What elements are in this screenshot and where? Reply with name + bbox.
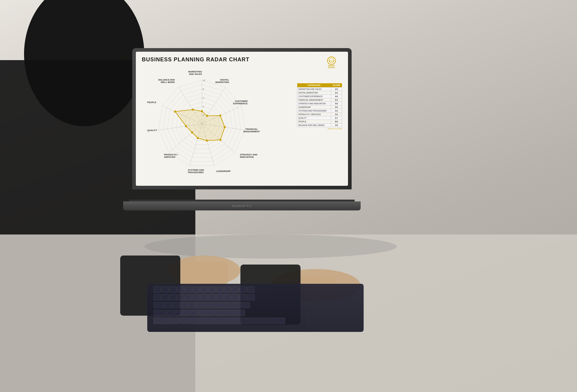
svg-point-41	[206, 115, 208, 117]
table-row: DIGITAL MARKETING2.2	[297, 91, 342, 95]
content-area: 246810 MARKETINGAND SALESDIGITALMARKETIN…	[142, 65, 342, 181]
svg-point-44	[219, 139, 221, 141]
logo: NWG NEW WAYGROWTH	[321, 57, 342, 69]
table-row: LEADERSHIP4.0	[297, 106, 342, 109]
svg-rect-72	[169, 286, 176, 292]
svg-point-46	[197, 137, 199, 139]
table-row: STRATEGY AND INNOVATION5.6	[297, 102, 342, 106]
svg-point-48	[185, 125, 187, 127]
svg-rect-121	[181, 318, 189, 324]
table-row: CUSTOMER EXPERIENCE4.6	[297, 95, 342, 98]
table-row: PEOPLE6.8	[297, 120, 342, 124]
svg-rect-118	[238, 310, 245, 316]
score-note: (Score out of Ten)	[297, 128, 342, 130]
svg-rect-70	[154, 286, 161, 292]
table-header-score: SCORE	[331, 83, 342, 87]
svg-text:INNOVATION: INNOVATION	[240, 156, 254, 158]
svg-marker-39	[175, 109, 225, 140]
svg-rect-113	[199, 310, 206, 316]
svg-rect-97	[164, 302, 172, 308]
svg-rect-111	[183, 310, 190, 316]
table-header-category: CATERGORY	[297, 83, 331, 87]
table-row: FINANCIAL MANAGEMENT5.3	[297, 98, 342, 102]
radar-svg: 246810 MARKETINGAND SALESDIGITALMARKETIN…	[142, 65, 268, 179]
svg-rect-96	[154, 302, 164, 308]
svg-text:MARKETING: MARKETING	[215, 81, 229, 84]
svg-text:4: 4	[203, 106, 204, 108]
svg-text:EXPERIENCE: EXPERIENCE	[233, 102, 248, 105]
svg-point-49	[174, 111, 176, 112]
svg-text:10: 10	[203, 79, 205, 81]
svg-rect-71	[161, 286, 169, 292]
table-row: SYSTEMS AND PROCEDURES3.4	[297, 109, 342, 113]
svg-point-50	[192, 109, 194, 110]
radar-container: 246810 MARKETINGAND SALESDIGITALMARKETIN…	[142, 65, 292, 181]
svg-rect-124	[259, 318, 267, 324]
svg-rect-100	[188, 302, 195, 308]
svg-text:MANAGEMENT: MANAGEMENT	[243, 130, 260, 133]
svg-rect-82	[247, 286, 255, 292]
svg-rect-116	[222, 310, 229, 316]
svg-rect-122	[190, 318, 249, 324]
svg-rect-120	[172, 318, 180, 324]
table-row: PRODUCTS / SERVICES3.0	[297, 113, 342, 116]
svg-rect-101	[196, 302, 203, 308]
table-row: MARKETING AND SALES2.9	[297, 87, 342, 91]
svg-rect-110	[175, 310, 182, 316]
svg-rect-108	[154, 310, 167, 316]
svg-point-40	[201, 110, 203, 112]
keyboard	[147, 284, 364, 332]
score-table: CATERGORY SCORE MARKETING AND SALES2.9DI…	[297, 83, 342, 181]
svg-rect-117	[230, 310, 237, 316]
svg-rect-92	[224, 294, 231, 300]
svg-rect-107	[243, 302, 250, 308]
svg-rect-73	[177, 286, 184, 292]
svg-text:SERVICES: SERVICES	[164, 156, 176, 158]
svg-rect-80	[232, 286, 239, 292]
svg-rect-85	[169, 294, 176, 300]
svg-point-47	[191, 131, 193, 133]
svg-rect-123	[250, 318, 258, 324]
svg-rect-83	[154, 294, 161, 300]
svg-rect-95	[247, 294, 255, 300]
svg-rect-102	[203, 302, 211, 308]
laptop-screen-bezel: BUSINESS PLANNING RADAR CHART NWG NEW WA…	[132, 48, 352, 189]
svg-text:PROCEDURES: PROCEDURES	[188, 171, 204, 174]
svg-text:AND SALES: AND SALES	[189, 73, 202, 75]
svg-rect-93	[232, 294, 239, 300]
laptop: BUSINESS PLANNING RADAR CHART NWG NEW WA…	[132, 48, 361, 216]
svg-text:8: 8	[203, 88, 204, 90]
svg-rect-88	[193, 294, 200, 300]
svg-rect-81	[240, 286, 247, 292]
svg-text:LEADERSHIP: LEADERSHIP	[216, 170, 230, 173]
chart-title: BUSINESS PLANNING RADAR CHART	[142, 57, 249, 63]
svg-rect-74	[185, 286, 192, 292]
svg-rect-89	[200, 294, 208, 300]
svg-rect-114	[206, 310, 214, 316]
svg-rect-125	[268, 318, 285, 324]
laptop-screen: BUSINESS PLANNING RADAR CHART NWG NEW WA…	[136, 52, 348, 186]
svg-rect-103	[211, 302, 218, 308]
svg-rect-119	[154, 318, 171, 324]
svg-rect-91	[216, 294, 223, 300]
svg-text:6: 6	[203, 97, 204, 99]
svg-rect-109	[167, 310, 175, 316]
svg-rect-98	[172, 302, 179, 308]
logo-text: NEW WAYGROWTH	[328, 65, 335, 69]
svg-text:WELL BEING: WELL BEING	[161, 81, 175, 84]
svg-rect-79	[224, 286, 231, 292]
svg-text:NWG: NWG	[329, 60, 334, 62]
svg-rect-105	[227, 302, 234, 308]
laptop-base	[123, 201, 361, 210]
table-row: QUALITY3.7	[297, 116, 342, 120]
svg-point-43	[224, 126, 226, 128]
svg-text:QUALITY: QUALITY	[147, 129, 157, 132]
svg-rect-94	[240, 294, 247, 300]
svg-rect-77	[208, 286, 215, 292]
svg-rect-90	[208, 294, 215, 300]
svg-rect-99	[180, 302, 187, 308]
table-row: BALANCE AND WELL BEING3.9	[297, 124, 342, 127]
svg-rect-106	[235, 302, 242, 308]
svg-rect-75	[193, 286, 200, 292]
svg-rect-87	[185, 294, 192, 300]
